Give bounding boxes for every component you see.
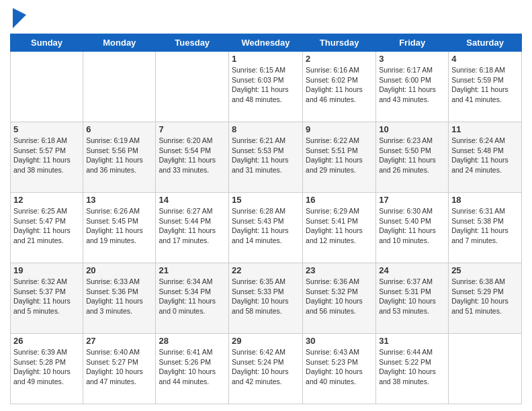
calendar-cell: 29Sunrise: 6:42 AM Sunset: 5:24 PM Dayli…	[228, 334, 302, 404]
calendar-cell: 6Sunrise: 6:19 AM Sunset: 5:56 PM Daylig…	[83, 122, 156, 193]
day-info: Sunrise: 6:34 AM Sunset: 5:34 PM Dayligh…	[159, 277, 226, 316]
day-info: Sunrise: 6:17 AM Sunset: 6:00 PM Dayligh…	[379, 65, 445, 105]
calendar-cell	[156, 52, 229, 122]
day-info: Sunrise: 6:16 AM Sunset: 6:02 PM Dayligh…	[306, 65, 373, 105]
calendar-cell: 1Sunrise: 6:15 AM Sunset: 6:03 PM Daylig…	[228, 52, 302, 122]
calendar-week-4: 19Sunrise: 6:32 AM Sunset: 5:37 PM Dayli…	[11, 263, 522, 334]
logo	[10, 7, 26, 28]
day-info: Sunrise: 6:43 AM Sunset: 5:23 PM Dayligh…	[306, 347, 373, 387]
day-info: Sunrise: 6:31 AM Sunset: 5:38 PM Dayligh…	[451, 206, 519, 246]
day-number: 6	[86, 124, 152, 134]
day-info: Sunrise: 6:41 AM Sunset: 5:26 PM Dayligh…	[159, 347, 226, 387]
day-number: 5	[13, 124, 80, 134]
calendar-cell: 9Sunrise: 6:22 AM Sunset: 5:51 PM Daylig…	[303, 122, 376, 193]
calendar-cell	[11, 52, 83, 122]
calendar-cell: 8Sunrise: 6:21 AM Sunset: 5:53 PM Daylig…	[228, 122, 302, 193]
day-number: 15	[232, 195, 300, 205]
day-info: Sunrise: 6:18 AM Sunset: 5:57 PM Dayligh…	[13, 136, 80, 175]
calendar-cell: 23Sunrise: 6:36 AM Sunset: 5:32 PM Dayli…	[303, 263, 376, 334]
day-info: Sunrise: 6:29 AM Sunset: 5:41 PM Dayligh…	[306, 206, 373, 246]
day-info: Sunrise: 6:19 AM Sunset: 5:56 PM Dayligh…	[86, 136, 152, 175]
day-number: 22	[232, 265, 300, 275]
day-info: Sunrise: 6:25 AM Sunset: 5:47 PM Dayligh…	[13, 206, 80, 246]
day-number: 26	[13, 336, 80, 346]
calendar-cell: 19Sunrise: 6:32 AM Sunset: 5:37 PM Dayli…	[11, 263, 83, 334]
day-info: Sunrise: 6:30 AM Sunset: 5:40 PM Dayligh…	[379, 206, 445, 246]
calendar-cell: 26Sunrise: 6:39 AM Sunset: 5:28 PM Dayli…	[11, 334, 83, 404]
day-info: Sunrise: 6:15 AM Sunset: 6:03 PM Dayligh…	[232, 65, 300, 105]
calendar-cell: 13Sunrise: 6:26 AM Sunset: 5:45 PM Dayli…	[83, 193, 156, 263]
calendar-cell: 24Sunrise: 6:37 AM Sunset: 5:31 PM Dayli…	[376, 263, 449, 334]
day-info: Sunrise: 6:38 AM Sunset: 5:29 PM Dayligh…	[451, 277, 519, 316]
calendar-cell: 5Sunrise: 6:18 AM Sunset: 5:57 PM Daylig…	[11, 122, 83, 193]
day-number: 25	[451, 265, 519, 275]
day-number: 12	[13, 195, 80, 205]
day-info: Sunrise: 6:32 AM Sunset: 5:37 PM Dayligh…	[13, 277, 80, 316]
day-number: 27	[86, 336, 152, 346]
day-info: Sunrise: 6:35 AM Sunset: 5:33 PM Dayligh…	[232, 277, 300, 316]
day-number: 18	[451, 195, 519, 205]
day-number: 7	[159, 124, 226, 134]
calendar-week-3: 12Sunrise: 6:25 AM Sunset: 5:47 PM Dayli…	[11, 193, 522, 263]
day-number: 23	[306, 265, 373, 275]
day-info: Sunrise: 6:40 AM Sunset: 5:27 PM Dayligh…	[86, 347, 152, 387]
day-info: Sunrise: 6:36 AM Sunset: 5:32 PM Dayligh…	[306, 277, 373, 316]
day-number: 13	[86, 195, 152, 205]
day-info: Sunrise: 6:42 AM Sunset: 5:24 PM Dayligh…	[232, 347, 300, 387]
day-info: Sunrise: 6:37 AM Sunset: 5:31 PM Dayligh…	[379, 277, 445, 316]
day-info: Sunrise: 6:18 AM Sunset: 5:59 PM Dayligh…	[451, 65, 519, 105]
header	[10, 7, 522, 28]
day-number: 16	[306, 195, 373, 205]
calendar-cell	[449, 334, 522, 404]
calendar-table: SundayMondayTuesdayWednesdayThursdayFrid…	[10, 34, 522, 404]
day-info: Sunrise: 6:39 AM Sunset: 5:28 PM Dayligh…	[13, 347, 80, 387]
day-info: Sunrise: 6:33 AM Sunset: 5:36 PM Dayligh…	[86, 277, 152, 316]
column-header-wednesday: Wednesday	[228, 34, 302, 52]
logo-icon	[13, 8, 26, 28]
day-number: 28	[159, 336, 226, 346]
calendar-header-row: SundayMondayTuesdayWednesdayThursdayFrid…	[11, 34, 522, 52]
calendar-cell: 15Sunrise: 6:28 AM Sunset: 5:43 PM Dayli…	[228, 193, 302, 263]
day-number: 4	[451, 54, 519, 64]
day-number: 21	[159, 265, 226, 275]
calendar-cell: 10Sunrise: 6:23 AM Sunset: 5:50 PM Dayli…	[376, 122, 449, 193]
day-number: 8	[232, 124, 300, 134]
day-number: 2	[306, 54, 373, 64]
day-info: Sunrise: 6:23 AM Sunset: 5:50 PM Dayligh…	[379, 136, 445, 175]
day-number: 14	[159, 195, 226, 205]
day-number: 11	[451, 124, 519, 134]
day-number: 30	[306, 336, 373, 346]
column-header-tuesday: Tuesday	[156, 34, 229, 52]
calendar-week-5: 26Sunrise: 6:39 AM Sunset: 5:28 PM Dayli…	[11, 334, 522, 404]
day-info: Sunrise: 6:28 AM Sunset: 5:43 PM Dayligh…	[232, 206, 300, 246]
day-number: 10	[379, 124, 445, 134]
calendar-cell: 25Sunrise: 6:38 AM Sunset: 5:29 PM Dayli…	[449, 263, 522, 334]
calendar-cell: 22Sunrise: 6:35 AM Sunset: 5:33 PM Dayli…	[228, 263, 302, 334]
day-info: Sunrise: 6:26 AM Sunset: 5:45 PM Dayligh…	[86, 206, 152, 246]
column-header-saturday: Saturday	[449, 34, 522, 52]
calendar-cell: 12Sunrise: 6:25 AM Sunset: 5:47 PM Dayli…	[11, 193, 83, 263]
calendar-cell: 17Sunrise: 6:30 AM Sunset: 5:40 PM Dayli…	[376, 193, 449, 263]
calendar-cell: 21Sunrise: 6:34 AM Sunset: 5:34 PM Dayli…	[156, 263, 229, 334]
calendar-week-2: 5Sunrise: 6:18 AM Sunset: 5:57 PM Daylig…	[11, 122, 522, 193]
day-number: 1	[232, 54, 300, 64]
calendar-cell: 31Sunrise: 6:44 AM Sunset: 5:22 PM Dayli…	[376, 334, 449, 404]
day-info: Sunrise: 6:27 AM Sunset: 5:44 PM Dayligh…	[159, 206, 226, 246]
day-number: 24	[379, 265, 445, 275]
day-number: 9	[306, 124, 373, 134]
calendar-cell: 4Sunrise: 6:18 AM Sunset: 5:59 PM Daylig…	[449, 52, 522, 122]
calendar-cell: 28Sunrise: 6:41 AM Sunset: 5:26 PM Dayli…	[156, 334, 229, 404]
column-header-thursday: Thursday	[303, 34, 376, 52]
calendar-cell: 2Sunrise: 6:16 AM Sunset: 6:02 PM Daylig…	[303, 52, 376, 122]
day-info: Sunrise: 6:24 AM Sunset: 5:48 PM Dayligh…	[451, 136, 519, 175]
day-info: Sunrise: 6:20 AM Sunset: 5:54 PM Dayligh…	[159, 136, 226, 175]
calendar-cell: 20Sunrise: 6:33 AM Sunset: 5:36 PM Dayli…	[83, 263, 156, 334]
day-number: 19	[13, 265, 80, 275]
page: SundayMondayTuesdayWednesdayThursdayFrid…	[0, 0, 532, 411]
day-number: 3	[379, 54, 445, 64]
day-info: Sunrise: 6:44 AM Sunset: 5:22 PM Dayligh…	[379, 347, 445, 387]
calendar-cell: 14Sunrise: 6:27 AM Sunset: 5:44 PM Dayli…	[156, 193, 229, 263]
calendar-cell: 18Sunrise: 6:31 AM Sunset: 5:38 PM Dayli…	[449, 193, 522, 263]
day-number: 29	[232, 336, 300, 346]
day-number: 31	[379, 336, 445, 346]
